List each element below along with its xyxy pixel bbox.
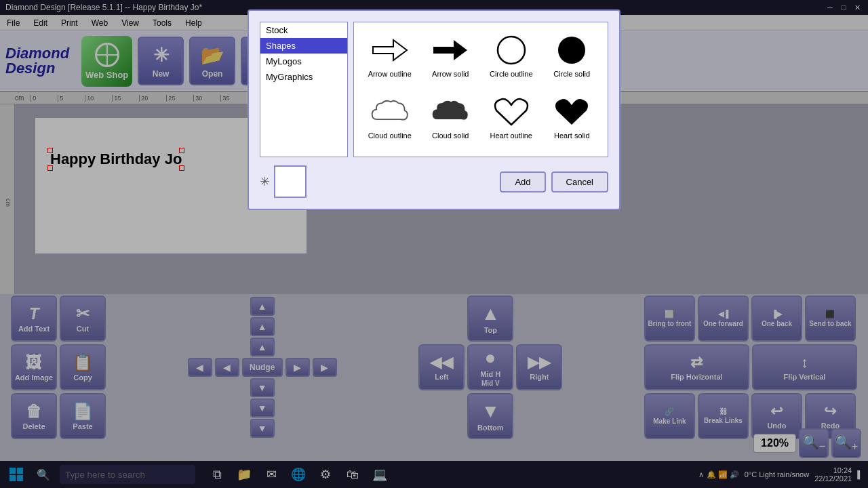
preview-area: ✳ <box>260 165 307 198</box>
shape-heart-outline[interactable]: Heart outline <box>484 92 539 148</box>
modal-footer: ✳ Add Cancel <box>260 165 608 198</box>
modal-dialog: Stock Shapes MyLogos MyGraphics Arrow ou… <box>248 9 620 210</box>
shape-cloud-solid[interactable]: Cloud solid <box>423 92 479 148</box>
shape-cloud-outline[interactable]: Cloud outline <box>362 92 418 148</box>
shape-heart-solid[interactable]: Heart solid <box>545 92 600 148</box>
category-shapes[interactable]: Shapes <box>260 38 347 54</box>
shape-arrow-outline[interactable]: Arrow outline <box>362 30 418 87</box>
category-stock[interactable]: Stock <box>260 22 347 38</box>
category-mylogos[interactable]: MyLogos <box>260 54 347 69</box>
svg-marker-5 <box>433 40 467 60</box>
shapes-grid: Arrow outline Arrow solid <box>353 22 608 157</box>
shape-circle-solid[interactable]: Circle solid <box>545 30 600 87</box>
svg-marker-4 <box>373 40 407 60</box>
modal-overlay: Stock Shapes MyLogos MyGraphics Arrow ou… <box>0 0 868 488</box>
add-button[interactable]: Add <box>500 171 545 192</box>
category-list: Stock Shapes MyLogos MyGraphics <box>260 22 348 157</box>
svg-point-6 <box>498 37 525 64</box>
shape-circle-outline[interactable]: Circle outline <box>484 30 539 87</box>
svg-point-7 <box>558 37 585 64</box>
modal-content: Stock Shapes MyLogos MyGraphics Arrow ou… <box>260 22 608 157</box>
category-mygraphics[interactable]: MyGraphics <box>260 69 347 85</box>
cancel-button[interactable]: Cancel <box>551 171 608 192</box>
shape-preview <box>274 165 307 198</box>
asterisk-icon: ✳ <box>260 174 270 189</box>
shape-arrow-solid[interactable]: Arrow solid <box>423 30 479 87</box>
modal-buttons: Add Cancel <box>500 171 608 192</box>
